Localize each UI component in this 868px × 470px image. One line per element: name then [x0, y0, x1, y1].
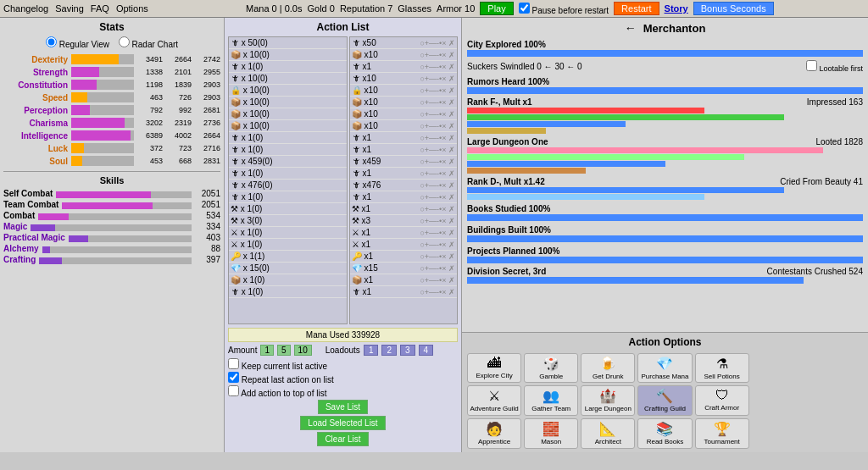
keep-list-checkbox-row: Keep current list active [228, 358, 458, 371]
option-tournament[interactable]: 🏆 Tournament [695, 418, 749, 449]
merchant-prev-arrow[interactable]: ← [625, 21, 637, 35]
action-item[interactable]: ⚔ x 1(0) [229, 239, 347, 251]
bonus-seconds-button[interactable]: Bonus Seconds [693, 2, 774, 15]
stored-actions-list[interactable]: 🗡 x 50(0) 📦 x 10(0) 🗡 x 1(0) 🗡 x 10(0) 🔒… [228, 36, 348, 324]
action-item[interactable]: 🗡 x 1(0) [229, 191, 347, 203]
menu-options[interactable]: Options [116, 3, 148, 14]
active-action-item[interactable]: 📦 x10○+—-•× ✗ [350, 49, 457, 61]
active-action-item[interactable]: 🗡 x1○+—-•× ✗ [350, 168, 457, 180]
option-craft-armor[interactable]: 🛡 Craft Armor [695, 385, 749, 416]
menu-changelog[interactable]: Changelog [3, 3, 48, 14]
keep-list-checkbox[interactable] [228, 358, 239, 369]
option-sell-potions[interactable]: ⚗ Sell Potions [695, 353, 749, 384]
action-item[interactable]: 🗡 x 1(0) [229, 286, 347, 298]
action-item[interactable]: ⚒ x 1(0) [229, 203, 347, 215]
action-item[interactable]: 📦 x 10(0) [229, 49, 347, 61]
option-purchase-mana[interactable]: 💎 Purchase Mana [637, 353, 692, 384]
active-actions-list[interactable]: 🗡 x50○+—-•× ✗ 📦 x10○+—-•× ✗ 🗡 x1○+—-•× ✗… [349, 36, 458, 324]
action-item[interactable]: 🔑 x 1(1) [229, 251, 347, 263]
active-action-item[interactable]: 📦 x10○+—-•× ✗ [350, 108, 457, 120]
option-get-drunk[interactable]: 🍺 Get Drunk [581, 353, 635, 384]
play-button[interactable]: Play [480, 2, 513, 15]
option-crafting-guild[interactable]: 🔨 Crafting Guild [637, 385, 692, 416]
option-read-books[interactable]: 📚 Read Books [637, 418, 692, 449]
regular-view-radio[interactable] [46, 36, 57, 47]
story-button[interactable]: Story [665, 3, 688, 14]
active-action-item[interactable]: 💎 x15○+—-•× ✗ [350, 263, 457, 274]
active-action-item[interactable]: ⚒ x3○+—-•× ✗ [350, 215, 457, 227]
sell-potions-label: Sell Potions [704, 373, 740, 380]
action-item[interactable]: 📦 x 10(0) [229, 120, 347, 132]
loadout-2-button[interactable]: 2 [381, 345, 397, 356]
option-gamble[interactable]: 🎲 Gamble [524, 353, 578, 384]
active-action-item[interactable]: 📦 x10○+—-•× ✗ [350, 97, 457, 108]
option-architect[interactable]: 📐 Architect [581, 418, 635, 449]
action-item[interactable]: ⚒ x 3(0) [229, 215, 347, 227]
option-adventure-guild[interactable]: ⚔ Adventure Guild [467, 385, 521, 416]
action-item[interactable]: 📦 x 10(0) [229, 108, 347, 120]
action-item[interactable]: 🗡 x 1(0) [229, 132, 347, 144]
menu-saving[interactable]: Saving [55, 3, 84, 14]
craft-armor-label: Craft Armor [704, 404, 739, 412]
active-action-item[interactable]: 📦 x1○+—-•× ✗ [350, 274, 457, 286]
active-action-item[interactable]: 🗡 x1○+—-•× ✗ [350, 132, 457, 144]
repeat-last-checkbox[interactable] [228, 372, 239, 383]
stat-soul: Soul 453 668 2831 [3, 156, 220, 166]
active-action-item[interactable]: 🔑 x1○+—-•× ✗ [350, 251, 457, 263]
action-item[interactable]: 🗡 x 50(0) [229, 37, 347, 49]
loadout-4-button[interactable]: 4 [419, 345, 434, 356]
active-action-item[interactable]: 🗡 x1○+—-•× ✗ [350, 144, 457, 156]
action-item[interactable]: 🗡 x 459(0) [229, 156, 347, 168]
active-action-item[interactable]: 🗡 x1○+—-•× ✗ [350, 286, 457, 298]
option-gather-team[interactable]: 👥 Gather Team [524, 385, 578, 416]
add-top-checkbox[interactable] [228, 385, 239, 396]
stat-constitution: Constitution 1198 1839 2903 [3, 80, 220, 90]
action-item[interactable]: 🗡 x 1(0) [229, 61, 347, 73]
active-action-item[interactable]: 🗡 x10○+—-•× ✗ [350, 73, 457, 85]
option-mason[interactable]: 🧱 Mason [524, 418, 578, 449]
action-item[interactable]: 🗡 x 10(0) [229, 73, 347, 85]
loadout-3-button[interactable]: 3 [400, 345, 415, 356]
active-action-item[interactable]: 🗡 x50○+—-•× ✗ [350, 37, 457, 49]
clear-list-button[interactable]: Clear List [317, 432, 368, 446]
active-action-item[interactable]: ⚒ x1○+—-•× ✗ [350, 203, 457, 215]
action-item[interactable]: 🗡 x 476(0) [229, 180, 347, 191]
rank-d-cried: Cried From Beauty 41 [780, 177, 863, 186]
active-action-item[interactable]: 🗡 x1○+—-•× ✗ [350, 61, 457, 73]
menu-faq[interactable]: FAQ [91, 3, 109, 14]
load-selected-list-button[interactable]: Load Selected List [300, 416, 385, 430]
loadout-1-button[interactable]: 1 [364, 345, 379, 356]
lootable-checkbox[interactable] [806, 60, 817, 71]
skills-title: Skills [3, 171, 220, 185]
option-apprentice[interactable]: 🧑 Apprentice [467, 418, 521, 449]
restart-button[interactable]: Restart [614, 2, 659, 15]
active-action-item[interactable]: 🗡 x459○+—-•× ✗ [350, 156, 457, 168]
active-action-item[interactable]: 🔒 x10○+—-•× ✗ [350, 85, 457, 97]
active-action-item[interactable]: 🗡 x476○+—-•× ✗ [350, 180, 457, 191]
view-selector: Regular View Radar Chart [3, 36, 220, 49]
mason-icon: 🧱 [526, 421, 576, 437]
action-item[interactable]: 💎 x 15(0) [229, 263, 347, 274]
save-list-button[interactable]: Save List [318, 400, 368, 414]
action-item[interactable]: ⚔ x 1(0) [229, 227, 347, 239]
amount-5-button[interactable]: 5 [277, 345, 291, 356]
action-item[interactable]: 📦 x 1(0) [229, 274, 347, 286]
action-item[interactable]: 📦 x 10(0) [229, 97, 347, 108]
pause-checkbox[interactable] [519, 3, 530, 14]
amount-10-button[interactable]: 10 [294, 345, 312, 356]
active-action-item[interactable]: ⚔ x1○+—-•× ✗ [350, 227, 457, 239]
action-item[interactable]: 🔒 x 10(0) [229, 85, 347, 97]
projects-planned-label: Projects Planned 100% [467, 246, 560, 256]
active-action-item[interactable]: 📦 x10○+—-•× ✗ [350, 120, 457, 132]
radar-view-radio[interactable] [119, 36, 130, 47]
option-explore-city[interactable]: 🏙 Explore City [467, 353, 521, 384]
active-action-item[interactable]: ⚔ x1○+—-•× ✗ [350, 239, 457, 251]
division-secret-row: Division Secret, 3rd Contestants Crushed… [467, 267, 863, 284]
action-item[interactable]: 🗡 x 1(0) [229, 144, 347, 156]
action-item[interactable]: 🗡 x 1(0) [229, 168, 347, 180]
active-action-item[interactable]: 🗡 x1○+—-•× ✗ [350, 191, 457, 203]
action-options-title: Action Options [467, 336, 863, 348]
option-large-dungeon[interactable]: 🏰 Large Dungeon [581, 385, 635, 416]
amount-1-button[interactable]: 1 [260, 345, 274, 356]
adventure-guild-label: Adventure Guild [470, 405, 518, 412]
